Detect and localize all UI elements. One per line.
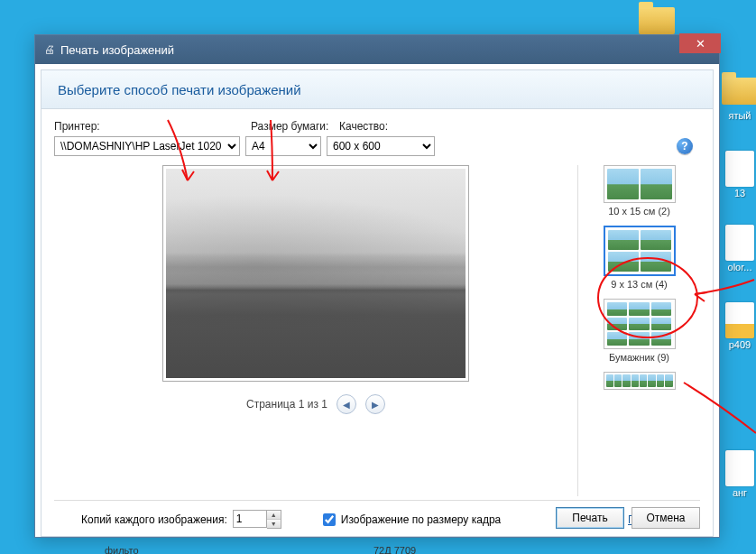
- header-banner: Выберите способ печати изображений: [41, 69, 714, 109]
- spinner-down-button[interactable]: ▼: [267, 520, 281, 529]
- layout-thumbnail: [604, 165, 676, 203]
- copies-input[interactable]: [233, 510, 267, 528]
- next-page-button[interactable]: ▶: [365, 394, 385, 414]
- desktop-file-2[interactable]: olor...: [715, 226, 756, 272]
- dialog-body: Принтер: Размер бумаги: Качество: \\DOMA…: [41, 109, 714, 537]
- printer-label: Принтер:: [54, 120, 251, 133]
- preview-page: [162, 165, 469, 382]
- cancel-button[interactable]: Отмена: [632, 507, 700, 529]
- window-title: Печать изображений: [60, 43, 174, 57]
- quality-label: Качество:: [339, 120, 388, 133]
- copies-spinner[interactable]: ▲ ▼: [233, 510, 281, 529]
- field-labels-row: Принтер: Размер бумаги: Качество:: [54, 120, 700, 133]
- layouts-list[interactable]: 10 x 15 см (2)9 x 13 см (4)Бумажник (9): [577, 165, 700, 496]
- layout-label: Бумажник (9): [595, 352, 685, 363]
- help-icon[interactable]: ?: [677, 138, 693, 154]
- desktop-label: 13: [734, 188, 745, 199]
- close-button[interactable]: ✕: [679, 33, 721, 53]
- desktop-label: olor...: [728, 262, 752, 272]
- printer-icon: 🖨: [44, 43, 55, 56]
- subheader-text: Выберите способ печати изображений: [58, 82, 301, 97]
- layout-option[interactable]: [595, 372, 685, 396]
- paper-size-label: Размер бумаги:: [251, 120, 339, 133]
- stray-text-a: фильто: [105, 545, 139, 554]
- quality-select[interactable]: 600 x 600: [327, 136, 435, 156]
- titlebar: 🖨 Печать изображений: [35, 35, 719, 64]
- desktop-folder-2[interactable]: ятый: [715, 74, 756, 121]
- print-button[interactable]: Печать: [556, 507, 624, 529]
- print-pictures-window: ✕ 🖨 Печать изображений Выберите способ п…: [34, 34, 720, 538]
- layout-option[interactable]: Бумажник (9): [595, 299, 685, 366]
- close-icon: ✕: [696, 37, 705, 51]
- preview-column: Страница 1 из 1 ◀ ▶: [54, 165, 577, 496]
- fit-to-frame-label: Изображение по размеру кадра: [341, 513, 501, 526]
- layout-label: 10 x 15 см (2): [595, 206, 685, 217]
- desktop-label: ятый: [728, 110, 751, 121]
- desktop-label: анг: [733, 487, 747, 498]
- field-selects-row: \\DOMASHNIY\HP LaserJet 1020 A4 600 x 60…: [54, 136, 700, 156]
- spinner-up-button[interactable]: ▲: [267, 511, 281, 520]
- paper-size-select[interactable]: A4: [245, 136, 321, 156]
- layout-thumbnail: [604, 226, 676, 276]
- layout-label: 9 x 13 см (4): [595, 279, 685, 290]
- printer-select[interactable]: \\DOMASHNIY\HP LaserJet 1020: [54, 136, 240, 156]
- desktop-file-1[interactable]: 13: [715, 152, 756, 199]
- layout-thumbnail: [604, 299, 676, 349]
- desktop-file-3[interactable]: p409: [715, 303, 756, 350]
- layout-option[interactable]: 10 x 15 см (2): [595, 165, 685, 220]
- chevron-right-icon: ▶: [372, 400, 379, 410]
- desktop-label: p409: [729, 339, 751, 350]
- preview-image: [166, 169, 466, 378]
- layout-option[interactable]: 9 x 13 см (4): [595, 226, 685, 293]
- chevron-left-icon: ◀: [343, 400, 350, 410]
- prev-page-button[interactable]: ◀: [337, 394, 356, 414]
- pager-text: Страница 1 из 1: [246, 398, 327, 411]
- stray-text-b: 72Д 7709: [373, 545, 416, 554]
- layout-thumbnail: [604, 372, 676, 390]
- dialog-footer: Печать Отмена: [556, 507, 700, 529]
- pager: Страница 1 из 1 ◀ ▶: [54, 394, 577, 414]
- copies-label: Копий каждого изображения:: [81, 513, 227, 526]
- fit-to-frame-checkbox[interactable]: [323, 513, 336, 526]
- desktop-file-4[interactable]: анг: [715, 451, 756, 498]
